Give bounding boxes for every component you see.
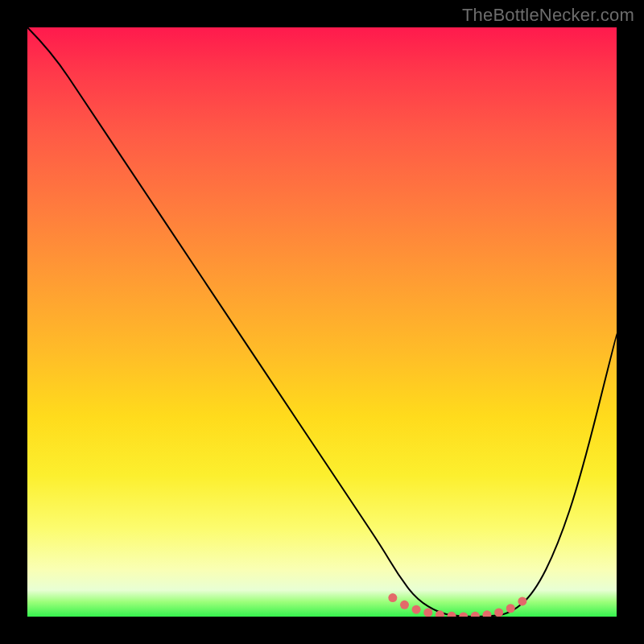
min-dot	[482, 610, 491, 617]
min-dot	[412, 605, 421, 614]
min-dot	[518, 597, 526, 605]
watermark-text: TheBottleNecker.com	[462, 5, 634, 26]
chart-frame: TheBottleNecker.com	[0, 0, 644, 644]
bottleneck-curve	[27, 27, 617, 617]
min-dot	[459, 613, 468, 617]
min-dot	[423, 608, 432, 617]
min-dot	[506, 604, 515, 613]
gradient-plot-area	[27, 27, 617, 617]
min-dot	[471, 612, 480, 617]
min-dot	[494, 608, 503, 617]
min-dot	[388, 593, 397, 602]
min-dot	[400, 601, 409, 609]
min-dot	[448, 612, 456, 617]
chart-svg	[27, 27, 617, 617]
